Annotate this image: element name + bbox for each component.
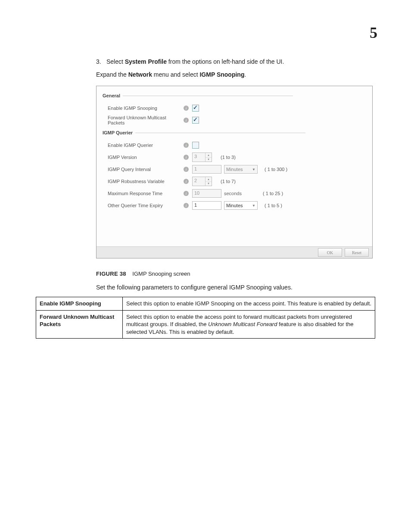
spinner-down-icon[interactable]: ▼ — [206, 182, 212, 186]
spinner-igmp-version[interactable]: 3 ▲▼ — [192, 152, 212, 162]
param-desc: Select this option to enable the access … — [123, 310, 375, 339]
label-forward-unknown: Forward Unknown Multicast Packets — [108, 115, 184, 125]
reset-button[interactable]: Reset — [345, 248, 369, 257]
label-enable-querier: Enable IGMP Querier — [108, 143, 184, 148]
info-icon[interactable]: i — [184, 143, 189, 148]
section-divider — [135, 133, 305, 133]
label-igmp-version: IGMP Version — [108, 155, 184, 160]
input-max-response[interactable]: 10 — [192, 189, 221, 198]
label-robustness: IGMP Robustness Variable — [108, 179, 184, 184]
expand-pre: Expand the — [96, 71, 128, 78]
dropdown-label: Minutes — [226, 203, 252, 208]
info-icon[interactable]: i — [184, 155, 189, 160]
param-name: Forward Unknown Multicast Packets — [36, 310, 123, 339]
spinner-up-icon[interactable]: ▲ — [206, 153, 212, 158]
section-querier-label: IGMP Querier — [103, 130, 133, 135]
set-following-line: Set the following parameters to configur… — [96, 284, 375, 291]
dropdown-label: Minutes — [226, 167, 252, 172]
label-enable-snooping: Enable IGMP Snooping — [108, 106, 184, 111]
spinner-value: 3 — [193, 153, 205, 162]
checkbox-forward-unknown[interactable] — [192, 117, 199, 124]
range-robustness: (1 to 7) — [221, 179, 236, 184]
range-max-response: ( 1 to 25 ) — [263, 191, 283, 196]
range-query-interval: ( 1 to 300 ) — [265, 167, 287, 172]
table-row: Forward Unknown Multicast Packets Select… — [36, 310, 375, 339]
figure-caption: FIGURE 38 IGMP Snooping screen — [96, 271, 375, 277]
expand-b2: IGMP Snooping — [199, 71, 244, 78]
input-other-expiry[interactable]: 1 — [192, 201, 221, 210]
label-max-response: Maximum Response Time — [108, 191, 184, 196]
spinner-down-icon[interactable]: ▼ — [206, 158, 212, 162]
section-general-label: General — [103, 93, 120, 98]
step-text-pre: Select — [106, 58, 125, 65]
info-icon[interactable]: i — [184, 203, 189, 208]
step-text-post: from the options on left-hand side of th… — [167, 58, 284, 65]
input-query-interval[interactable]: 1 — [192, 165, 221, 174]
param-name: Enable IGMP Snooping — [36, 297, 123, 311]
range-other-expiry: ( 1 to 5 ) — [265, 203, 282, 208]
chevron-down-icon: ▼ — [252, 168, 255, 171]
checkbox-enable-querier[interactable] — [192, 142, 199, 149]
param-desc: Select this option to enable IGMP Snoopi… — [123, 297, 375, 311]
button-bar: OK Reset — [97, 246, 372, 258]
expand-mid: menu and select — [152, 71, 200, 78]
igmp-snooping-panel: General Enable IGMP Snooping i Forward U… — [96, 86, 373, 258]
expand-post: . — [244, 71, 246, 78]
parameters-table: Enable IGMP Snooping Select this option … — [36, 297, 375, 339]
range-igmp-version: (1 to 3) — [221, 155, 236, 160]
section-general: General — [103, 93, 366, 98]
step-bold: System Profile — [125, 58, 167, 65]
dropdown-query-interval-unit[interactable]: Minutes ▼ — [224, 165, 258, 174]
chevron-down-icon: ▼ — [252, 204, 255, 208]
label-other-expiry: Other Querier Time Expiry — [108, 203, 184, 208]
expand-b1: Network — [128, 71, 152, 78]
info-icon[interactable]: i — [184, 106, 189, 111]
figure-label: FIGURE 38 — [96, 271, 126, 277]
expand-line: Expand the Network menu and select IGMP … — [96, 71, 375, 78]
info-icon[interactable]: i — [184, 179, 189, 184]
desc-italic: Unknown Multicast Forward — [208, 321, 277, 327]
section-divider — [123, 96, 293, 96]
unit-max-response: seconds — [224, 191, 246, 196]
section-querier: IGMP Querier — [103, 130, 366, 135]
info-icon[interactable]: i — [184, 167, 189, 172]
info-icon[interactable]: i — [184, 118, 189, 123]
step-3-line: 3. Select System Profile from the option… — [96, 58, 375, 65]
spinner-robustness[interactable]: 2 ▲▼ — [192, 177, 212, 186]
label-query-interval: IGMP Query Interval — [108, 167, 184, 172]
checkbox-enable-snooping[interactable] — [192, 105, 199, 112]
spinner-up-icon[interactable]: ▲ — [206, 177, 212, 182]
table-row: Enable IGMP Snooping Select this option … — [36, 297, 375, 311]
step-number: 3. — [96, 58, 105, 65]
dropdown-other-expiry-unit[interactable]: Minutes ▼ — [224, 201, 258, 210]
info-icon[interactable]: i — [184, 191, 189, 196]
ok-button[interactable]: OK — [318, 248, 342, 257]
figure-caption-text: IGMP Snooping screen — [132, 271, 190, 277]
spinner-value: 2 — [193, 177, 205, 186]
